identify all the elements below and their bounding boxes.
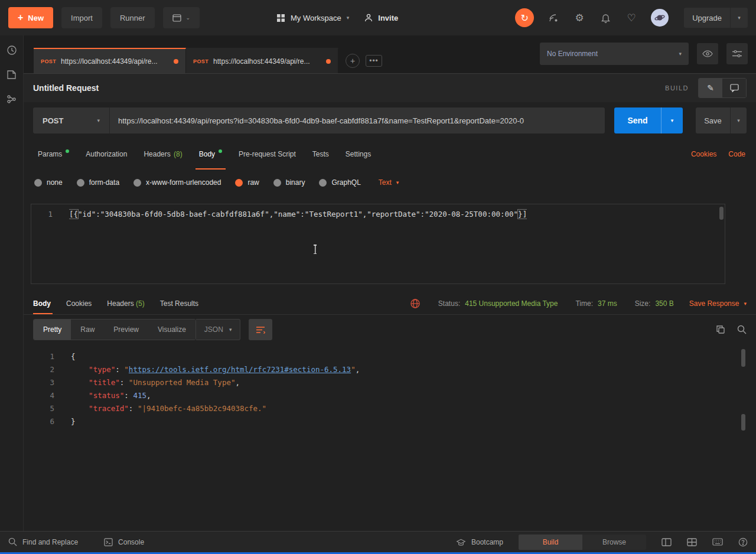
upgrade-dropdown-button[interactable]: ▾	[730, 8, 748, 28]
postman-app: + New Import Runner ⌄ My Workspace ▾ Inv…	[0, 0, 756, 554]
save-button[interactable]: Save	[696, 107, 730, 133]
bootcamp-label: Bootcamp	[471, 538, 503, 546]
save-dropdown-button[interactable]: ▾	[730, 107, 747, 133]
view-tab-preview[interactable]: Preview	[104, 320, 148, 340]
body-type-graphql[interactable]: GraphQL	[319, 178, 360, 187]
editor-token: }]	[518, 210, 527, 219]
avatar[interactable]	[651, 9, 669, 27]
response-section-tabs: BodyCookiesHeaders (5)Test Results	[33, 292, 206, 314]
open-request-tab[interactable]: POSThttps://localhost:44349/api/re...	[34, 48, 186, 73]
find-and-replace-button[interactable]: Find and Replace	[8, 537, 78, 546]
request-body-editor[interactable]: 1 [{"id":"304830ba-6fd0-5db8-baef-cabfdf…	[31, 204, 725, 284]
heart-icon[interactable]: ♡	[625, 11, 638, 24]
editor-scrollbar[interactable]	[719, 207, 724, 220]
sync-icon: ↻	[520, 12, 528, 24]
build-mode-button[interactable]: Build	[519, 535, 582, 550]
comments-button[interactable]	[722, 79, 746, 97]
response-tab-test-results[interactable]: Test Results	[152, 292, 206, 314]
new-window-button[interactable]: ⌄	[163, 7, 200, 28]
unsaved-dot-icon	[174, 59, 178, 64]
send-dropdown-button[interactable]: ▾	[661, 107, 683, 133]
shortcuts-keyboard-button[interactable]	[712, 538, 723, 546]
request-tab-params[interactable]: Params	[30, 139, 77, 170]
response-tab-headers[interactable]: Headers (5)	[99, 292, 152, 314]
environment-quick-look-button[interactable]	[697, 43, 718, 64]
save-response-button[interactable]: Save Response ▾	[689, 299, 747, 308]
import-button[interactable]: Import	[61, 7, 102, 28]
radio-icon	[319, 179, 327, 187]
response-tab-body[interactable]: Body	[33, 292, 58, 314]
request-tab-authorization[interactable]: Authorization	[77, 139, 135, 170]
view-tab-pretty[interactable]: Pretty	[34, 320, 71, 340]
body-type-binary[interactable]: binary	[273, 178, 305, 187]
build-browse-toggle: Build Browse	[519, 535, 646, 550]
request-tab-tests[interactable]: Tests	[304, 139, 337, 170]
response-format-dropdown[interactable]: JSON ▾	[196, 319, 241, 340]
search-response-button[interactable]	[737, 325, 747, 334]
settings-gear-icon[interactable]: ⚙	[573, 11, 586, 24]
send-button[interactable]: Send	[614, 107, 661, 133]
response-body[interactable]: 1{2 "type": "https://tools.ietf.org/html…	[24, 344, 756, 531]
workspace-switcher[interactable]: My Workspace ▾	[276, 14, 349, 22]
request-tab-pre-request-script[interactable]: Pre-request Script	[230, 139, 304, 170]
body-type-raw[interactable]: raw	[235, 178, 259, 187]
satellite-icon[interactable]	[547, 11, 560, 24]
code-link[interactable]: Code	[728, 150, 745, 158]
cookies-link[interactable]: Cookies	[691, 150, 716, 158]
chevron-down-icon: ▾	[97, 118, 100, 123]
collections-icon[interactable]	[6, 70, 17, 80]
upgrade-button[interactable]: Upgrade	[684, 8, 730, 28]
url-row: POST ▾ https://localhost:44349/api/repor…	[24, 102, 756, 139]
green-dot-icon	[219, 149, 222, 153]
network-globe-icon	[410, 298, 421, 309]
invite-button[interactable]: Invite	[364, 14, 398, 22]
edit-request-button[interactable]: ✎	[699, 79, 722, 97]
grid-layout-button[interactable]	[687, 538, 697, 546]
body-type-x-www-form-urlencoded[interactable]: x-www-form-urlencoded	[133, 178, 221, 187]
response-tab-label: Body	[33, 299, 51, 308]
environment-selector[interactable]: No Environment ▾	[540, 43, 689, 65]
new-button[interactable]: + New	[8, 7, 53, 28]
view-tab-raw[interactable]: Raw	[71, 320, 104, 340]
notifications-bell-icon[interactable]	[599, 11, 612, 24]
tab-options-button[interactable]: •••	[366, 55, 382, 67]
method-selector[interactable]: POST ▾	[33, 107, 110, 133]
request-tab-body[interactable]: Body	[191, 139, 230, 170]
browse-mode-button[interactable]: Browse	[582, 535, 646, 550]
help-button[interactable]	[738, 537, 748, 547]
chevron-down-icon: ▾	[347, 15, 350, 21]
add-tab-button[interactable]: +	[346, 54, 360, 68]
response-view-tabs: PrettyRawPreviewVisualize	[33, 319, 196, 340]
code-token	[71, 365, 89, 374]
raw-format-dropdown[interactable]: Text ▾	[379, 178, 399, 187]
url-input[interactable]: https://localhost:44349/api/reports?id=3…	[110, 116, 605, 125]
size-value: 350 B	[655, 299, 673, 308]
console-button[interactable]: Console	[104, 538, 144, 546]
view-tab-visualize[interactable]: Visualize	[148, 320, 195, 340]
apis-icon[interactable]	[6, 94, 17, 105]
two-pane-icon	[662, 538, 672, 546]
body-type-form-data[interactable]: form-data	[77, 178, 119, 187]
wrap-lines-button[interactable]	[249, 319, 272, 340]
history-icon[interactable]	[6, 45, 17, 56]
response-scrollbar[interactable]	[741, 349, 745, 367]
request-tab-settings[interactable]: Settings	[337, 139, 379, 170]
response-tab-cookies[interactable]: Cookies	[58, 292, 99, 314]
two-pane-layout-button[interactable]	[662, 538, 672, 546]
plus-icon: +	[350, 56, 355, 66]
tab-title: https://localhost:44349/api/re...	[61, 57, 169, 66]
response-scrollbar-marker[interactable]	[741, 414, 745, 431]
body-type-none[interactable]: none	[34, 178, 63, 187]
sync-button[interactable]: ↻	[515, 8, 534, 27]
code-token: https://tools.ietf.org/html/rfc7231#sect…	[129, 365, 351, 374]
environment-settings-button[interactable]	[726, 43, 748, 64]
chevron-down-icon: ▾	[737, 118, 740, 123]
runner-button[interactable]: Runner	[110, 7, 155, 28]
open-request-tab[interactable]: POSThttps://localhost:44349/api/re...	[186, 48, 338, 73]
header-count: (8)	[172, 150, 183, 158]
unsaved-dot-icon	[326, 59, 331, 64]
request-tab-headers[interactable]: Headers (8)	[135, 139, 190, 170]
copy-response-button[interactable]	[716, 325, 725, 334]
body-type-options: noneform-datax-www-form-urlencodedrawbin…	[34, 170, 361, 195]
bootcamp-button[interactable]: Bootcamp	[456, 538, 503, 546]
